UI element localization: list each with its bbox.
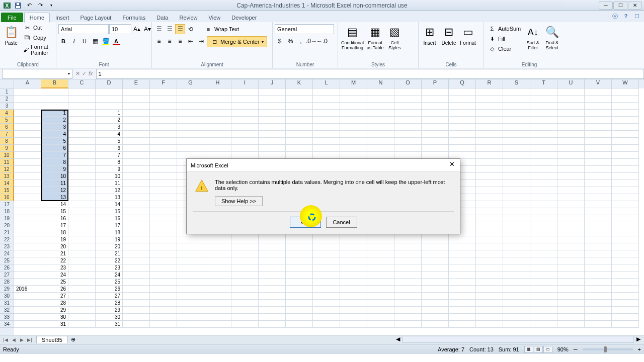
cell[interactable] xyxy=(68,293,96,300)
cell[interactable] xyxy=(177,300,204,307)
cell[interactable] xyxy=(14,201,41,208)
cell[interactable]: 13 xyxy=(96,194,123,201)
cell[interactable]: 8 xyxy=(96,159,123,166)
cell[interactable] xyxy=(231,236,259,243)
cell[interactable] xyxy=(557,110,585,117)
row-header[interactable]: 11 xyxy=(0,159,14,166)
cell[interactable] xyxy=(503,243,530,250)
cell[interactable]: 5 xyxy=(41,138,68,145)
cell[interactable]: 11 xyxy=(41,180,68,187)
cell[interactable] xyxy=(612,243,639,250)
row-header[interactable]: 29 xyxy=(0,286,14,293)
cell[interactable] xyxy=(612,314,639,321)
first-sheet-icon[interactable]: |◀ xyxy=(2,337,9,342)
cell[interactable] xyxy=(14,279,41,286)
cell[interactable] xyxy=(177,152,204,159)
cell[interactable] xyxy=(204,286,231,293)
cell[interactable] xyxy=(286,279,313,286)
cell[interactable] xyxy=(503,264,530,272)
ok-button[interactable]: OK xyxy=(290,217,321,228)
col-header-O[interactable]: O xyxy=(394,79,422,88)
row-header[interactable]: 26 xyxy=(0,264,14,272)
minimize-button[interactable]: ─ xyxy=(599,2,613,10)
row-header[interactable]: 9 xyxy=(0,145,14,152)
cell[interactable] xyxy=(259,103,286,110)
cell[interactable] xyxy=(476,264,503,272)
cell[interactable] xyxy=(585,222,612,229)
cell[interactable] xyxy=(340,145,367,152)
cell[interactable] xyxy=(204,314,231,321)
cell[interactable] xyxy=(530,264,557,272)
cell[interactable] xyxy=(530,300,557,307)
cell[interactable]: 18 xyxy=(96,229,123,236)
cell[interactable] xyxy=(503,180,530,187)
cell[interactable] xyxy=(367,279,394,286)
cell[interactable] xyxy=(449,257,476,264)
cell[interactable] xyxy=(530,194,557,201)
col-header-V[interactable]: V xyxy=(585,79,612,88)
cell[interactable] xyxy=(313,88,340,96)
cell[interactable] xyxy=(150,166,177,173)
cell[interactable] xyxy=(530,110,557,117)
row-header[interactable]: 24 xyxy=(0,250,14,257)
cell[interactable] xyxy=(422,88,449,96)
cell[interactable] xyxy=(68,236,96,243)
cell[interactable]: 8 xyxy=(41,159,68,166)
cell[interactable] xyxy=(340,272,367,279)
close-button[interactable]: ✕ xyxy=(628,2,642,10)
cell[interactable]: 7 xyxy=(41,152,68,159)
cell[interactable] xyxy=(557,257,585,264)
cell[interactable] xyxy=(340,286,367,293)
col-header-N[interactable]: N xyxy=(367,79,394,88)
format-painter-button[interactable]: 🖌Format Painter xyxy=(21,43,54,56)
cell[interactable] xyxy=(123,159,150,166)
cell[interactable] xyxy=(340,110,367,117)
col-header-A[interactable]: A xyxy=(14,79,41,88)
cell[interactable] xyxy=(557,124,585,131)
cell[interactable] xyxy=(340,314,367,321)
cell[interactable] xyxy=(585,279,612,286)
cell[interactable] xyxy=(177,117,204,124)
cell[interactable] xyxy=(503,166,530,173)
cell[interactable] xyxy=(14,138,41,145)
cell[interactable] xyxy=(150,215,177,222)
insert-cells-button[interactable]: ⊞Insert xyxy=(421,23,439,47)
cell[interactable] xyxy=(585,180,612,187)
cell[interactable] xyxy=(503,145,530,152)
cell[interactable] xyxy=(150,88,177,96)
cell[interactable] xyxy=(530,187,557,194)
cell[interactable] xyxy=(150,187,177,194)
cell[interactable] xyxy=(530,215,557,222)
cell[interactable] xyxy=(530,124,557,131)
cell[interactable] xyxy=(313,117,340,124)
border-button[interactable]: ▦ xyxy=(90,36,100,46)
col-header-D[interactable]: D xyxy=(96,79,123,88)
cell[interactable] xyxy=(612,145,639,152)
cell[interactable] xyxy=(231,250,259,257)
cell[interactable]: 2 xyxy=(96,117,123,124)
cell[interactable] xyxy=(204,321,231,328)
cell[interactable] xyxy=(14,131,41,138)
cell[interactable] xyxy=(150,131,177,138)
tab-insert[interactable]: Insert xyxy=(50,13,75,22)
cell[interactable] xyxy=(367,300,394,307)
cell[interactable] xyxy=(476,243,503,250)
cell[interactable] xyxy=(313,131,340,138)
cell[interactable] xyxy=(259,96,286,103)
next-sheet-icon[interactable]: ▶ xyxy=(18,337,25,342)
align-top-icon[interactable]: ☰ xyxy=(154,24,164,34)
cell[interactable] xyxy=(286,117,313,124)
formula-input[interactable]: 1 xyxy=(96,69,644,79)
orientation-icon[interactable]: ⟲ xyxy=(186,24,196,34)
cell[interactable] xyxy=(367,117,394,124)
cell[interactable] xyxy=(612,272,639,279)
cell[interactable]: 16 xyxy=(96,215,123,222)
cell[interactable] xyxy=(503,300,530,307)
comma-icon[interactable]: , xyxy=(296,36,306,46)
cell[interactable] xyxy=(286,286,313,293)
cell[interactable] xyxy=(422,236,449,243)
cell[interactable]: 2 xyxy=(41,117,68,124)
cell[interactable] xyxy=(123,307,150,314)
cell[interactable] xyxy=(150,173,177,180)
cell[interactable] xyxy=(367,131,394,138)
